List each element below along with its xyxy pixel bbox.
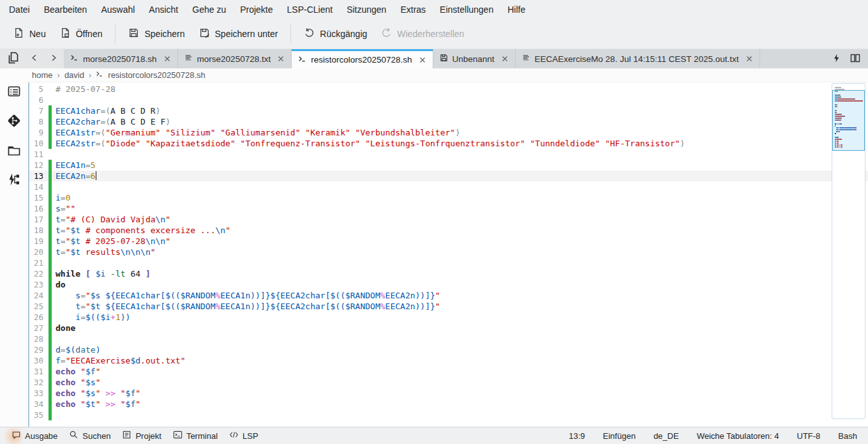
tab-morse20250728-txt[interactable]: morse20250728.txt — [178, 49, 292, 68]
code-line[interactable]: 27done — [29, 323, 868, 333]
project-panel-button[interactable]: Projekt — [116, 428, 167, 443]
modified-line-marker — [49, 116, 52, 127]
encoding[interactable]: UTF-8 — [797, 431, 821, 441]
tab-bar: morse20250718.sh morse20250728.txt resis… — [0, 49, 868, 68]
menu-item-datei[interactable]: Datei — [2, 0, 37, 19]
code-line[interactable]: 15i=0 — [29, 192, 868, 203]
code-line[interactable]: 21 — [29, 257, 868, 268]
menu-item-gehe-zu[interactable]: Gehe zu — [185, 0, 233, 19]
split-view-button[interactable] — [850, 53, 860, 65]
tab-close-button[interactable] — [419, 56, 426, 64]
sidebar-item-external-tools[interactable] — [7, 172, 21, 188]
tab-close-button[interactable] — [277, 55, 285, 63]
minimap-viewport[interactable] — [832, 90, 865, 151]
code-line[interactable]: 8EECA2char=(A B C D E F) — [29, 116, 868, 127]
menu-item-sitzungen[interactable]: Sitzungen — [340, 0, 393, 19]
open-file-icon — [60, 27, 71, 40]
sidebar-item-git[interactable] — [7, 114, 21, 130]
line-number: 35 — [29, 410, 49, 420]
tab-eeca-exercise-out-txt[interactable]: EECAExerciseMo 28. Jul 14:15:11 CEST 202… — [516, 49, 760, 68]
code-line[interactable]: 10EECA2str=("Diode" "Kapazitaetsdiode" "… — [29, 138, 868, 149]
code-text: d=$(date) — [54, 344, 100, 355]
lsp-panel-button[interactable]: LSP — [223, 428, 264, 443]
save-button[interactable]: Speichern — [121, 23, 191, 45]
breadcrumb-item-home[interactable]: home — [32, 70, 53, 80]
terminal-panel-button[interactable]: Terminal — [167, 428, 223, 443]
quick-open-button[interactable] — [832, 53, 841, 65]
search-panel-button[interactable]: Suchen — [63, 428, 116, 443]
code-line[interactable]: 30f="EECAExercise$d.out.txt" — [29, 355, 868, 366]
minimap[interactable] — [832, 83, 865, 419]
code-lines: 5# 2025-07-2867EECA1char=(A B C D R)8EEC… — [29, 82, 868, 420]
code-line[interactable]: 25 t="$t ${EECA1char[$(($RANDOM%EECA1n))… — [29, 301, 868, 312]
code-line[interactable]: 6 — [29, 95, 868, 105]
menu-item-einstellungen[interactable]: Einstellungen — [433, 0, 500, 19]
code-line[interactable]: 24 s="$s ${EECA1char[$(($RANDOM%EECA1n))… — [29, 290, 868, 301]
code-line[interactable]: 26 i=$(($i+1)) — [29, 312, 868, 323]
code-line[interactable]: 29d=$(date) — [29, 344, 868, 355]
code-line[interactable]: 33echo "$s" >> "$f" — [29, 388, 868, 399]
menu-item-projekte[interactable]: Projekte — [233, 0, 280, 19]
code-line[interactable]: 35 — [29, 410, 868, 420]
code-line[interactable]: 17t="# (C) David Vajda\n" — [29, 214, 868, 225]
menu-item-extras[interactable]: Extras — [393, 0, 433, 19]
syntax-mode[interactable]: Bash — [838, 431, 857, 441]
menu-item-lsp-client[interactable]: LSP-CLient — [280, 0, 340, 19]
code-line[interactable]: 14 — [29, 181, 868, 192]
code-line[interactable]: 12EECA1n=5 — [29, 160, 868, 171]
documents-list-button[interactable] — [1, 51, 26, 67]
cursor-position[interactable]: 13:9 — [569, 431, 585, 441]
tab-morse20250718-sh[interactable]: morse20250718.sh — [64, 49, 178, 68]
insert-mode[interactable]: Einfügen — [603, 431, 636, 441]
menu-item-bearbeiten[interactable]: Bearbeiten — [37, 0, 94, 19]
menu-item-ansicht[interactable]: Ansicht — [142, 0, 185, 19]
open-file-button[interactable]: Öffnen — [53, 23, 110, 45]
code-line[interactable]: 16s="" — [29, 203, 868, 214]
text-editor[interactable]: 5# 2025-07-2867EECA1char=(A B C D R)8EEC… — [28, 82, 868, 427]
code-line[interactable]: 7EECA1char=(A B C D R) — [29, 105, 868, 116]
tab-resistorcolors20250728-sh[interactable]: resistorcolors20250728.sh — [292, 49, 433, 68]
undo-button[interactable]: Rückgängig — [297, 23, 374, 45]
tab-close-button[interactable] — [745, 55, 753, 63]
tab-close-button[interactable] — [163, 55, 171, 63]
modified-line-marker — [49, 203, 52, 214]
menu-item-hilfe[interactable]: Hilfe — [500, 0, 532, 19]
code-line[interactable]: 5# 2025-07-28 — [29, 84, 868, 95]
tab-settings[interactable]: Weiche Tabulatoren: 4 — [697, 431, 779, 441]
code-line[interactable]: 18t="$t # components excersize ...\n" — [29, 225, 868, 236]
search-panel-label: Suchen — [82, 431, 110, 441]
modified-line-marker — [49, 290, 52, 301]
code-line[interactable]: 31echo "$f" — [29, 366, 868, 377]
code-line[interactable]: 22while [ $i -lt 64 ] — [29, 268, 868, 279]
line-number: 5 — [29, 84, 49, 95]
save-as-button[interactable]: Speichern unter — [192, 23, 285, 45]
code-line[interactable]: 34echo "$t" >> "$f" — [29, 399, 868, 410]
output-panel-button[interactable]: Ausgabe — [6, 428, 63, 443]
tab-close-button[interactable] — [501, 55, 509, 63]
sidebar-item-filesystem[interactable] — [7, 143, 21, 159]
new-file-button[interactable]: Neu — [6, 23, 53, 45]
code-text — [54, 95, 56, 105]
shell-script-icon — [298, 55, 306, 65]
menu-item-auswahl[interactable]: Auswahl — [94, 0, 142, 19]
breadcrumb-file[interactable]: resistorcolors20250728.sh — [108, 70, 205, 80]
breadcrumb-item-david[interactable]: david — [64, 70, 84, 80]
code-line[interactable]: 9EECA1str=("Germanium" "Silizium" "Galli… — [29, 127, 868, 138]
code-text: echo "$t" >> "$f" — [54, 399, 140, 410]
code-line[interactable]: 11 — [29, 149, 868, 160]
tab-forward-button[interactable] — [44, 53, 63, 65]
tab-back-button[interactable] — [26, 53, 44, 65]
code-text: t="$t # components excersize ...\n" — [54, 225, 230, 236]
breadcrumb: home › david › resistorcolors20250728.sh — [28, 68, 868, 82]
code-line[interactable]: 19t="$t # 2025-07-28\n\n" — [29, 236, 868, 247]
code-line[interactable]: 28 — [29, 333, 868, 344]
line-number: 20 — [29, 247, 49, 257]
dictionary[interactable]: de_DE — [654, 431, 679, 441]
code-line[interactable]: 13EECA2n=6 — [29, 171, 868, 181]
sidebar-item-documents[interactable] — [7, 84, 21, 100]
code-line[interactable]: 20t="$t results\n\n\n" — [29, 247, 868, 257]
code-line[interactable]: 32echo "$s" — [29, 377, 868, 388]
code-line[interactable]: 23do — [29, 279, 868, 290]
code-text: EECA1n=5 — [54, 160, 96, 171]
tab-unbenannt[interactable]: Unbenannt — [433, 49, 516, 68]
